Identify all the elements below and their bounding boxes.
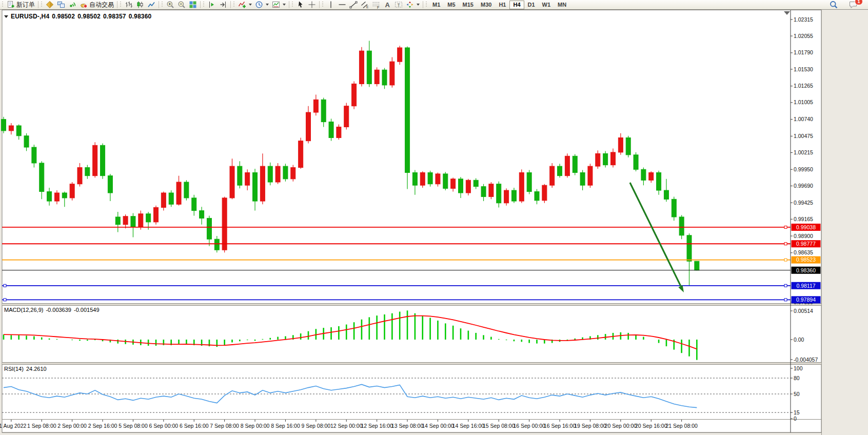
candle-body [443, 174, 448, 188]
candle [275, 163, 280, 184]
candle-body [93, 145, 97, 175]
level-handle[interactable] [784, 284, 787, 287]
time-axis-label: 16 Sep 16:00 [544, 423, 576, 429]
bar-chart-icon [125, 1, 133, 9]
candle-body [77, 168, 82, 184]
text-label-button[interactable]: T [393, 1, 404, 9]
timeframe-mn[interactable]: MN [554, 1, 570, 9]
candle-body [603, 153, 608, 165]
trendline-button[interactable] [348, 1, 359, 9]
macd-tick-label: 0.00514 [794, 308, 813, 314]
market-button[interactable] [55, 1, 67, 9]
periods-button[interactable] [253, 1, 270, 9]
candle-body [527, 172, 531, 191]
candle-body [184, 182, 189, 198]
timeframe-d1[interactable]: D1 [524, 1, 539, 9]
templates-button[interactable] [270, 1, 287, 9]
candle-body [40, 163, 44, 192]
toolbar-grip[interactable] [162, 2, 163, 8]
candle [511, 188, 516, 203]
candle-body [101, 145, 105, 175]
level-price-label-text: 0.98523 [796, 256, 816, 263]
rsi-tick-label: 100 [794, 365, 803, 371]
panel-splitter[interactable] [2, 304, 821, 306]
text-label-icon: T [394, 1, 403, 9]
time-axis-label: 1 Sep 08:00 [27, 423, 56, 429]
candle [283, 164, 288, 182]
chevron-down-icon[interactable] [249, 4, 252, 6]
timeframe-h4[interactable]: H4 [509, 1, 524, 9]
candle [519, 169, 524, 203]
level-handle[interactable] [784, 259, 787, 261]
candle-body [230, 166, 234, 198]
indicators-button[interactable] [236, 1, 253, 9]
level-handle[interactable] [4, 284, 6, 287]
price-tick-label: 0.99950 [794, 166, 813, 172]
line-chart-button[interactable] [146, 1, 157, 9]
toolbar-grip[interactable] [233, 2, 234, 8]
mql5-community-button[interactable] [44, 1, 55, 9]
fibonacci-button[interactable]: F [370, 1, 382, 9]
auto-scroll-button[interactable] [206, 1, 218, 9]
text-icon: A [383, 1, 391, 9]
candle-body [306, 112, 311, 141]
time-axis-label: 14 Sep 00:00 [422, 423, 454, 429]
toolbar-grip[interactable] [120, 2, 121, 8]
timeframe-m5[interactable]: M5 [444, 1, 459, 9]
panel-splitter[interactable] [2, 363, 821, 365]
level-handle[interactable] [4, 299, 6, 301]
zoom-in-button[interactable] [165, 1, 176, 9]
toolbar-grip[interactable] [203, 2, 204, 8]
level-handle[interactable] [784, 243, 787, 245]
new-order-button[interactable]: 新订单 [5, 1, 36, 9]
chart-shift-button[interactable] [218, 1, 229, 9]
toolbar-grip[interactable] [426, 2, 427, 8]
chevron-down-icon[interactable] [266, 4, 269, 6]
price-tick-label: 0.99690 [794, 183, 813, 189]
zoom-out-button[interactable] [176, 1, 187, 9]
search-button[interactable] [828, 1, 839, 9]
tile-windows-button[interactable] [187, 1, 199, 9]
time-axis-label: 7 Sep 08:00 [210, 423, 239, 429]
timeframe-h1[interactable]: H1 [495, 1, 509, 9]
candle-body [618, 137, 623, 152]
toolbar-grip[interactable] [292, 2, 293, 8]
timeframe-m1[interactable]: M1 [429, 1, 444, 9]
new-order-button-label: 新订单 [16, 1, 35, 9]
timeframe-m15[interactable]: M15 [459, 1, 477, 9]
right-dock-area [821, 10, 868, 435]
crosshair-button[interactable] [306, 1, 318, 9]
gold-cube-icon [46, 1, 54, 9]
candle [626, 136, 630, 157]
timeframe-w1[interactable]: W1 [539, 1, 555, 9]
timeframe-m30[interactable]: M30 [477, 1, 495, 9]
level-handle[interactable] [784, 226, 787, 228]
bar-chart-button[interactable] [123, 1, 134, 9]
auto-trading-button[interactable]: 自动交易 [78, 1, 115, 9]
candle-body [139, 214, 143, 227]
notifications-button[interactable]: 1 [847, 1, 859, 9]
toolbar-grip[interactable] [322, 2, 323, 8]
fibonacci-icon: F [372, 1, 380, 9]
candle [634, 152, 638, 171]
candle-body [679, 217, 684, 235]
chevron-down-icon[interactable] [283, 4, 286, 6]
level-price-label-text: 0.99038 [796, 224, 816, 230]
toolbar-grip[interactable] [41, 2, 42, 8]
rsi-tick-label: 50 [794, 391, 800, 397]
candlestick-chart-button[interactable] [134, 1, 146, 9]
equidistant-channel-button[interactable]: E [359, 1, 370, 9]
arrows-button[interactable] [404, 1, 421, 9]
text-button[interactable]: A [382, 1, 393, 9]
level-handle[interactable] [784, 299, 787, 301]
signals-button[interactable] [67, 1, 78, 9]
candle [466, 179, 470, 195]
chart-menu-icon[interactable] [4, 15, 8, 18]
price-tick-label: 1.00215 [794, 149, 813, 155]
chart-canvas[interactable]: 1.023151.020551.017901.015301.012651.010… [0, 0, 868, 435]
horizontal-line-button[interactable] [337, 1, 348, 9]
toolbar-grip[interactable] [2, 2, 3, 8]
cursor-button[interactable] [295, 1, 306, 9]
chevron-down-icon[interactable] [417, 4, 420, 6]
vertical-line-button[interactable] [325, 1, 337, 9]
